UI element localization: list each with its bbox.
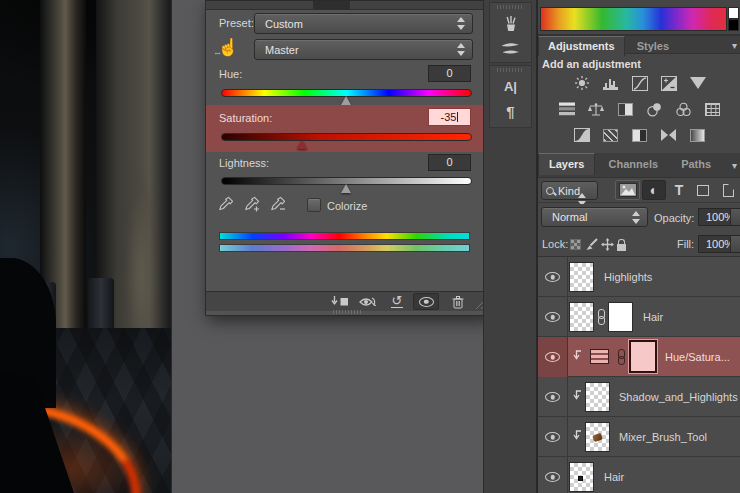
eyedropper-sample-button[interactable]: [215, 194, 237, 214]
hue-label: Hue:: [219, 68, 242, 80]
hue-slider-thumb[interactable]: [341, 96, 351, 105]
adjustment-gradient-map-icon[interactable]: [659, 127, 679, 143]
layer-name[interactable]: Hue/Satura...: [665, 351, 730, 363]
filter-smart-object-button[interactable]: [717, 180, 739, 200]
layer-name[interactable]: Hair: [604, 471, 624, 483]
black-swatch[interactable]: [728, 19, 739, 31]
tab-channels[interactable]: Channels: [599, 154, 669, 175]
saturation-value-field[interactable]: -35: [428, 108, 471, 126]
document-canvas[interactable]: [0, 0, 172, 493]
layer-name[interactable]: Shadow_and_Highlights: [619, 391, 738, 403]
adjustment-posterize-icon[interactable]: [601, 127, 621, 143]
filter-shape-layers-button[interactable]: [692, 180, 714, 200]
channel-dropdown[interactable]: Master: [254, 39, 473, 60]
layer-visibility-toggle[interactable]: [538, 257, 567, 297]
delete-adjustment-button[interactable]: [445, 293, 471, 310]
layer-visibility-toggle[interactable]: [538, 377, 567, 417]
filter-kind-dropdown[interactable]: Kind: [541, 181, 598, 200]
tab-layers[interactable]: Layers: [538, 153, 595, 175]
clip-to-layer-button[interactable]: [327, 293, 353, 310]
adjustment-threshold-icon[interactable]: [630, 127, 650, 143]
layer-name[interactable]: Mixer_Brush_Tool: [619, 431, 707, 443]
adjustment-curves-icon[interactable]: [630, 75, 650, 91]
lock-paint-button[interactable]: [583, 236, 599, 252]
adjustment-levels-icon[interactable]: [601, 75, 621, 91]
preset-value: Custom: [265, 18, 303, 30]
panel-menu-icon[interactable]: ▾: [732, 160, 737, 171]
mask-link-icon[interactable]: [617, 349, 625, 365]
layer-thumbnail[interactable]: [585, 382, 610, 412]
layer-thumbnail[interactable]: [585, 422, 610, 452]
brush-presets-panel-button[interactable]: [490, 11, 531, 36]
adjustment-channel-mixer-icon[interactable]: [673, 101, 693, 117]
layer-thumbnail[interactable]: [569, 302, 594, 332]
layer-thumbnail[interactable]: [569, 462, 594, 492]
selected-mask-thumbnail[interactable]: [629, 340, 657, 373]
layer-name[interactable]: Hair: [643, 311, 663, 323]
adjustment-black-white-icon[interactable]: [615, 101, 635, 117]
adjustment-icons-row3: [538, 127, 740, 143]
lightness-value-field[interactable]: 0: [428, 154, 471, 171]
layer-row-highlights[interactable]: Highlights: [538, 257, 740, 297]
eyedropper-subtract-button[interactable]: [267, 194, 289, 214]
layer-visibility-button[interactable]: [413, 293, 439, 310]
colorize-checkbox[interactable]: [307, 198, 321, 212]
layer-visibility-toggle[interactable]: [538, 297, 567, 337]
layer-row-mixer-brush-tool[interactable]: Mixer_Brush_Tool: [538, 417, 740, 457]
dock-grip[interactable]: [497, 68, 524, 72]
view-previous-state-button[interactable]: [355, 293, 381, 310]
tab-adjustments[interactable]: Adjustments: [538, 36, 625, 56]
saturation-slider-thumb[interactable]: [297, 140, 307, 149]
adjustment-color-balance-icon[interactable]: [586, 101, 606, 117]
dialog-titlebar-cut[interactable]: [206, 1, 488, 10]
tab-paths[interactable]: Paths: [671, 154, 721, 175]
reset-button[interactable]: ↺: [384, 293, 410, 310]
saturation-slider[interactable]: [221, 133, 472, 150]
panel-drag-handle[interactable]: [333, 310, 361, 314]
white-swatch[interactable]: [728, 7, 739, 19]
adjustment-invert-icon[interactable]: [572, 127, 592, 143]
on-image-adjustment-tool[interactable]: ☝ ↔: [215, 37, 241, 61]
preset-dropdown[interactable]: Custom: [254, 13, 473, 34]
filter-pixel-layers-button[interactable]: [615, 180, 640, 200]
eyedropper-add-button[interactable]: [241, 194, 263, 214]
layer-row-hair-masked[interactable]: Hair: [538, 297, 740, 337]
adjustment-hue-saturation-icon[interactable]: [557, 101, 577, 117]
adjustment-color-lookup-icon[interactable]: [702, 101, 722, 117]
blend-mode-dropdown[interactable]: Normal: [541, 207, 648, 227]
paragraph-panel-button[interactable]: ¶: [490, 99, 531, 124]
adjustment-selective-color-icon[interactable]: [688, 127, 708, 143]
layer-name[interactable]: Highlights: [604, 271, 652, 283]
fill-value-dropdown[interactable]: 100%: [698, 235, 740, 253]
adjustment-layer-thumbnail[interactable]: [590, 349, 609, 364]
layer-row-shadow-and-highlights[interactable]: Shadow_and_Highlights: [538, 377, 740, 417]
saturation-slider-track[interactable]: [221, 133, 472, 141]
panel-menu-icon[interactable]: ▾: [732, 40, 737, 51]
mask-link-icon[interactable]: [597, 309, 605, 325]
adjustment-photo-filter-icon[interactable]: [644, 101, 664, 117]
opacity-value-dropdown[interactable]: 100%: [698, 208, 740, 226]
layer-row-hair-bottom[interactable]: Hair: [538, 457, 740, 493]
filter-adjustment-layers-button[interactable]: ◐: [642, 180, 666, 200]
hue-slider[interactable]: [221, 89, 472, 106]
filter-type-layers-button[interactable]: T: [669, 180, 689, 200]
hue-value-field[interactable]: 0: [428, 65, 471, 82]
dock-grip[interactable]: [497, 5, 524, 9]
tab-styles[interactable]: Styles: [628, 37, 678, 56]
adjustment-vibrance-icon[interactable]: [688, 75, 708, 91]
layer-thumbnail[interactable]: [569, 262, 594, 292]
layer-mask-thumbnail[interactable]: [608, 302, 633, 332]
brushes-panel-button[interactable]: [490, 36, 531, 61]
lock-transparency-button[interactable]: [567, 236, 583, 252]
layer-visibility-toggle[interactable]: [538, 337, 567, 377]
layer-visibility-toggle[interactable]: [538, 417, 567, 457]
color-spectrum-ramp[interactable]: [540, 7, 727, 31]
character-panel-button[interactable]: A|: [490, 74, 531, 99]
lightness-slider-thumb[interactable]: [341, 184, 351, 193]
layer-row-hue-saturation-selected[interactable]: Hue/Satura...: [538, 337, 740, 377]
lightness-slider[interactable]: [221, 177, 472, 194]
adjustment-brightness-contrast-icon[interactable]: [572, 75, 592, 91]
layer-visibility-toggle[interactable]: [538, 457, 567, 493]
lock-all-button[interactable]: [613, 236, 629, 252]
adjustment-exposure-icon[interactable]: [659, 75, 679, 91]
